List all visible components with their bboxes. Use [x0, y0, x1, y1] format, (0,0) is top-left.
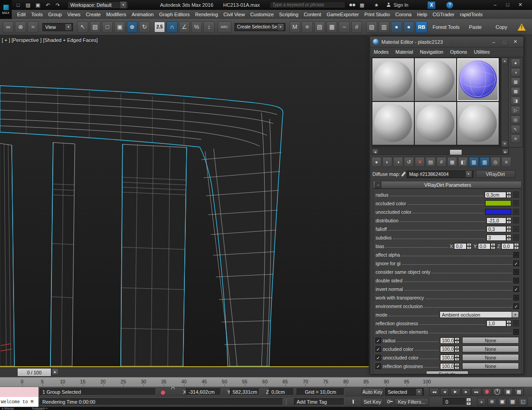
me-menu-item[interactable]: Utilities [474, 49, 494, 55]
copy-button[interactable]: Copy [495, 24, 507, 30]
exclude-button[interactable]: Exclude [426, 371, 468, 375]
window-crossing-icon[interactable]: ▣ [114, 21, 125, 33]
taskbar-item[interactable]: e Mouse [2, 407, 14, 410]
map-type-button[interactable]: VRayDirt [476, 170, 515, 178]
menu-item[interactable]: Help [414, 12, 430, 17]
consider-same-object-checkbox[interactable] [514, 269, 519, 275]
record-key-button[interactable] [482, 388, 491, 396]
go-to-parent-icon[interactable]: ▥ [469, 157, 479, 167]
curve-editor-icon[interactable]: ~ [339, 21, 349, 33]
timeline-tick[interactable]: 25 [118, 379, 128, 384]
current-frame-field[interactable]: 0 [443, 398, 466, 405]
sample-type-icon[interactable]: ● [511, 59, 520, 67]
slots-vertical-scrollbar[interactable]: ▲ ▼ [501, 58, 508, 147]
workspace-dropdown[interactable]: Workspace: Default ▼ [68, 1, 128, 9]
zoom-extents-button[interactable]: ▦ [508, 398, 517, 405]
warning-icon[interactable] [518, 23, 526, 31]
occluded-tex-checkbox[interactable]: ✓ [376, 346, 381, 352]
me-menu-item[interactable]: Modes [374, 49, 393, 55]
me-maximize-button[interactable]: □ [499, 38, 510, 46]
select-by-name-icon[interactable]: ▤ [90, 21, 101, 33]
eyedropper-icon[interactable] [401, 171, 406, 177]
distribution-field[interactable]: -21,0 [486, 217, 506, 224]
timeline-tick[interactable]: 100 [422, 379, 432, 384]
menu-item[interactable]: Rendering [193, 12, 221, 17]
me-close-button[interactable]: ✕ [510, 38, 521, 46]
select-by-material-icon[interactable]: ↖ [511, 125, 520, 134]
reset-map-icon[interactable]: ↺ [404, 157, 414, 167]
distribution-spinner[interactable]: ▲▼ [506, 217, 511, 224]
sample-slot[interactable] [414, 58, 457, 101]
distribution-map-slot[interactable] [513, 217, 519, 223]
selection-status-field[interactable]: 1 Group Selected [40, 388, 156, 396]
timeline-tick[interactable]: 45 [199, 379, 209, 384]
help-icon[interactable]: ? [446, 2, 453, 9]
invert-normal-checkbox[interactable]: ✓ [514, 286, 519, 292]
map-name-dropdown[interactable]: Map #2138624004 ▼ [407, 170, 473, 178]
graphite-ribbon-icon[interactable]: ▦ [326, 21, 337, 33]
render-production-icon[interactable]: ● [391, 21, 402, 33]
add-time-tag-field[interactable]: Add Time Tag [294, 398, 344, 405]
minimize-button[interactable]: – [489, 0, 501, 9]
menu-item[interactable]: Corona [393, 12, 414, 17]
occluded-color-swatch[interactable] [485, 200, 511, 206]
menu-item[interactable]: Tools [28, 12, 46, 17]
key-mode-dropdown[interactable]: Selected ▼ [385, 388, 424, 396]
double-sided-checkbox[interactable] [514, 278, 519, 283]
sample-slot[interactable] [372, 58, 414, 101]
bias-z-field[interactable]: 0,0 [501, 243, 514, 249]
auto-key-button[interactable]: Auto Key [362, 388, 383, 396]
reflection-amount-spinner[interactable]: ▲▼ [454, 363, 459, 369]
radius-amount-spinner[interactable]: ▲▼ [454, 337, 459, 344]
restore-button[interactable]: □ [501, 0, 514, 9]
me-minimize-button[interactable]: – [488, 38, 499, 46]
viewport-canvas[interactable] [0, 35, 369, 366]
menu-item[interactable]: Scripting [276, 12, 301, 17]
view-dropdown[interactable]: View ▼ [42, 23, 73, 31]
mirror-icon[interactable]: M [289, 21, 300, 33]
options-icon[interactable]: ◎ [511, 115, 520, 124]
material-map-navigator-icon[interactable]: ≡ [501, 157, 511, 167]
bias-x-spinner[interactable]: ▲▼ [467, 243, 472, 249]
scroll-right-icon[interactable]: ▶ [502, 149, 509, 154]
select-object-icon[interactable]: ↖ [77, 21, 88, 33]
apps-icon[interactable]: ▦ [358, 1, 367, 9]
railclone-button[interactable]: RB [416, 21, 427, 33]
timeline-tick[interactable]: 35 [159, 379, 169, 384]
key-filters-button[interactable]: Key Filters... [394, 398, 429, 405]
timeline-tick[interactable]: 80 [341, 379, 351, 384]
menu-item[interactable]: Content [301, 12, 324, 17]
mini-grid-button[interactable]: ▦ [514, 388, 524, 396]
key-mode-toggle-button[interactable]: ▣ [503, 388, 513, 396]
pan-view-button[interactable]: + [477, 398, 486, 405]
background-checker-icon[interactable]: ▦ [511, 78, 520, 86]
zoom-button[interactable]: ⊕ [487, 398, 496, 405]
xview-badge-icon[interactable]: X [427, 1, 436, 9]
reflection-glossiness-map-slot[interactable] [513, 320, 519, 326]
radius-field[interactable]: 0,3cm [485, 192, 506, 198]
maxscript-listener-pink[interactable] [0, 387, 39, 397]
go-forward-to-sibling-icon[interactable]: ▥ [480, 157, 490, 167]
menu-item[interactable]: GameExporter [324, 12, 362, 17]
affect-reflection-elements-checkbox[interactable] [514, 329, 519, 335]
menu-item[interactable]: Edit [14, 12, 28, 17]
timeline-tick[interactable]: 60 [260, 379, 270, 384]
align-icon[interactable]: ≡ [302, 21, 312, 33]
timeline-tick[interactable]: 90 [381, 379, 391, 384]
pick-material-from-object-icon[interactable]: ◎ [491, 157, 500, 167]
video-color-check-icon[interactable]: ◨ [511, 97, 520, 105]
application-menu-button[interactable]: MAX [0, 0, 12, 19]
next-frame-button[interactable]: ▶ [462, 388, 471, 396]
assign-material-to-selection-icon[interactable]: ◑ [393, 157, 403, 167]
get-material-icon[interactable]: ● [371, 157, 381, 167]
unoccluded-amount-field[interactable]: 100,0 [440, 355, 454, 361]
timeline-tick[interactable]: 10 [58, 379, 68, 384]
rectangular-selection-region-icon[interactable]: □ [102, 21, 113, 33]
rollout-collapse-icon[interactable]: - [375, 182, 381, 188]
angle-snap-icon[interactable]: ∠ [179, 21, 190, 33]
menu-item[interactable]: CGTrader [430, 12, 458, 17]
show-end-result-icon[interactable]: ◧ [458, 157, 468, 167]
track-bar[interactable]: 0 / 100 ▶ [0, 367, 369, 378]
falloff-spinner[interactable]: ▲▼ [506, 226, 511, 232]
unoccluded-color-swatch[interactable] [485, 209, 511, 215]
